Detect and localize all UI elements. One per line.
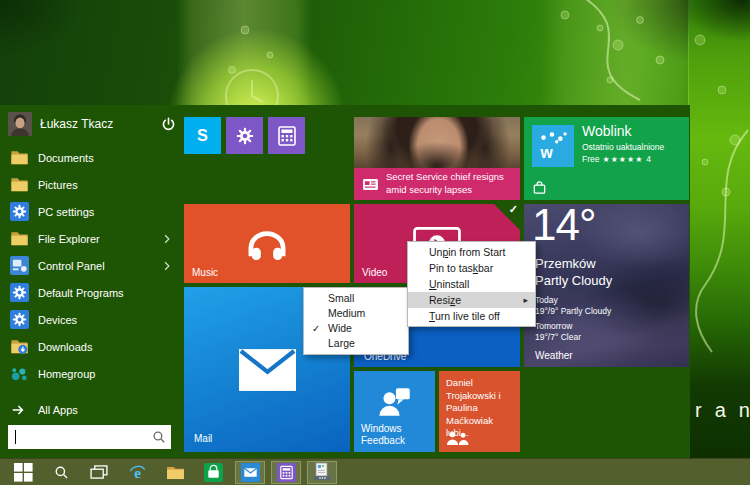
sidebar-item-pictures[interactable]: Pictures: [10, 171, 172, 198]
tile-calculator[interactable]: [268, 117, 305, 154]
context-menu-item-label: Uninstall: [429, 278, 469, 290]
check-icon: ✓: [509, 204, 518, 216]
all-apps-arrow-icon: [11, 403, 25, 417]
resize-option-label: Large: [328, 337, 355, 349]
taskbar-search-button[interactable]: [42, 459, 80, 485]
taskbar-file-explorer-button[interactable]: [156, 459, 194, 485]
submenu-arrow-icon: ▸: [523, 292, 528, 308]
sidebar-item-file-explorer[interactable]: File Explorer: [10, 225, 172, 252]
weather-temperature: 14°: [532, 204, 596, 250]
sidebar-item-devices[interactable]: Devices: [10, 306, 172, 333]
sidebar-item-label: Documents: [38, 152, 94, 164]
power-button[interactable]: [161, 117, 176, 132]
context-menu-item-label: Unpin from Start: [429, 246, 505, 258]
store-icon: [204, 463, 223, 482]
context-menu-item-pin-to-taskbar[interactable]: Pin to taskbar: [408, 260, 535, 276]
tile-news[interactable]: Secret Service chief resigns amid securi…: [354, 117, 520, 200]
sidebar-item-label: Default Programs: [38, 287, 124, 299]
tile-context-menu: Unpin from StartPin to taskbarUninstallR…: [407, 241, 536, 327]
sidebar-item-label: File Explorer: [38, 233, 100, 245]
tile-weather[interactable]: 14° Przemków Partly Cloudy Today 19°/9° …: [524, 204, 689, 367]
taskbar-mail-button[interactable]: [235, 461, 265, 484]
context-menu-item-unpin-from-start[interactable]: Unpin from Start: [408, 244, 535, 260]
svg-text:S: S: [197, 126, 208, 144]
gear-tile-icon: [10, 283, 29, 302]
tile-label: Windows Feedback: [361, 423, 423, 447]
sidebar-item-label: Downloads: [38, 341, 92, 353]
resize-submenu: SmallMedium✓WideLarge: [303, 287, 409, 355]
tile-music[interactable]: Music: [184, 204, 350, 283]
stars-icon: ★★★★★: [602, 155, 643, 164]
tile-woblink-store[interactable]: w Woblink Ostatnio uaktualnione Free★★★★…: [524, 117, 689, 200]
sidebar-item-label: Homegroup: [38, 368, 95, 380]
resize-option-small[interactable]: Small: [304, 291, 408, 306]
tile-windows-feedback[interactable]: Windows Feedback: [354, 371, 435, 452]
gear-tile-icon: [10, 310, 29, 329]
ie-icon: e: [128, 463, 147, 482]
user-avatar[interactable]: [8, 112, 32, 136]
sidebar-item-label: Devices: [38, 314, 77, 326]
store-bag-icon: [532, 180, 547, 195]
tile-skype[interactable]: S: [184, 117, 221, 154]
weather-tomorrow-label: Tomorrow: [535, 321, 572, 331]
woblink-subtitle: Ostatnio uaktualnione: [582, 142, 664, 152]
tile-label: Mail: [194, 433, 212, 444]
tile-people[interactable]: Daniel Trojakowski i Paulina Maćkowiak l…: [439, 371, 520, 452]
check-icon: ✓: [312, 321, 320, 336]
resize-option-label: Small: [328, 292, 354, 304]
search-icon[interactable]: [152, 430, 166, 444]
taskbar-store-button[interactable]: [194, 459, 232, 485]
context-menu-item-resize[interactable]: Resize▸: [408, 292, 535, 308]
taskbar-task-view-button[interactable]: [80, 459, 118, 485]
skype-icon: S: [184, 117, 221, 154]
tile-settings[interactable]: [226, 117, 263, 154]
folder-icon: [10, 148, 29, 167]
chevron-right-icon: [164, 234, 170, 244]
taskbar-installer-button[interactable]: [307, 461, 337, 484]
weather-city: Przemków: [535, 256, 596, 271]
taskbar-start-button[interactable]: [4, 459, 42, 485]
control-panel-icon: [10, 256, 29, 275]
app-window-icon: [311, 462, 333, 482]
resize-option-large[interactable]: Large: [304, 336, 408, 351]
sidebar-item-pc-settings[interactable]: PC settings: [10, 198, 172, 225]
resize-option-medium[interactable]: Medium: [304, 306, 408, 321]
sidebar-item-control-panel[interactable]: Control Panel: [10, 252, 172, 279]
sidebar-item-downloads[interactable]: Downloads: [10, 333, 172, 360]
taskbar: e: [0, 458, 750, 485]
sidebar-item-documents[interactable]: Documents: [10, 144, 172, 171]
calculator-icon: [268, 117, 305, 154]
people-icon: [446, 431, 470, 445]
desktop: ran Łukasz Tkacz DocumentsPicturesPC set…: [0, 0, 750, 485]
sidebar-item-label: Control Panel: [38, 260, 105, 272]
resize-option-label: Wide: [328, 322, 352, 334]
calc-tb-icon: [277, 463, 296, 482]
resize-option-wide[interactable]: ✓Wide: [304, 321, 408, 336]
tile-label: Video: [362, 267, 387, 278]
task-view-icon: [90, 465, 108, 479]
weather-today-forecast: 19°/9° Partly Cloudy: [535, 306, 611, 316]
search-box: [8, 425, 171, 449]
weather-condition: Partly Cloudy: [535, 273, 612, 288]
sidebar-item-default-programs[interactable]: Default Programs: [10, 279, 172, 306]
wallpaper-text: ran: [695, 399, 750, 422]
woblink-logo-icon: w: [532, 125, 574, 167]
folder-icon: [10, 175, 29, 194]
all-apps-button[interactable]: All Apps: [11, 403, 78, 417]
taskbar-internet-explorer-button[interactable]: e: [118, 459, 156, 485]
folder-icon: [10, 229, 29, 248]
context-menu-item-uninstall[interactable]: Uninstall: [408, 276, 535, 292]
gear-icon: [226, 117, 263, 154]
taskbar-calculator-button[interactable]: [271, 461, 301, 484]
sidebar-item-homegroup[interactable]: Homegroup: [10, 360, 172, 387]
start-menu-item-list: DocumentsPicturesPC settingsFile Explore…: [10, 144, 172, 387]
start-menu-header: Łukasz Tkacz: [8, 111, 176, 137]
folder-tb-icon: [166, 465, 185, 480]
weather-today-label: Today: [535, 295, 558, 305]
weather-tomorrow-forecast: 19°/7° Clear: [535, 332, 581, 342]
resize-option-label: Medium: [328, 307, 365, 319]
context-menu-item-turn-live-tile-off[interactable]: Turn live tile off: [408, 308, 535, 324]
search-input[interactable]: [8, 425, 171, 449]
woblink-title: Woblink: [582, 123, 632, 139]
svg-text:w: w: [539, 144, 553, 161]
